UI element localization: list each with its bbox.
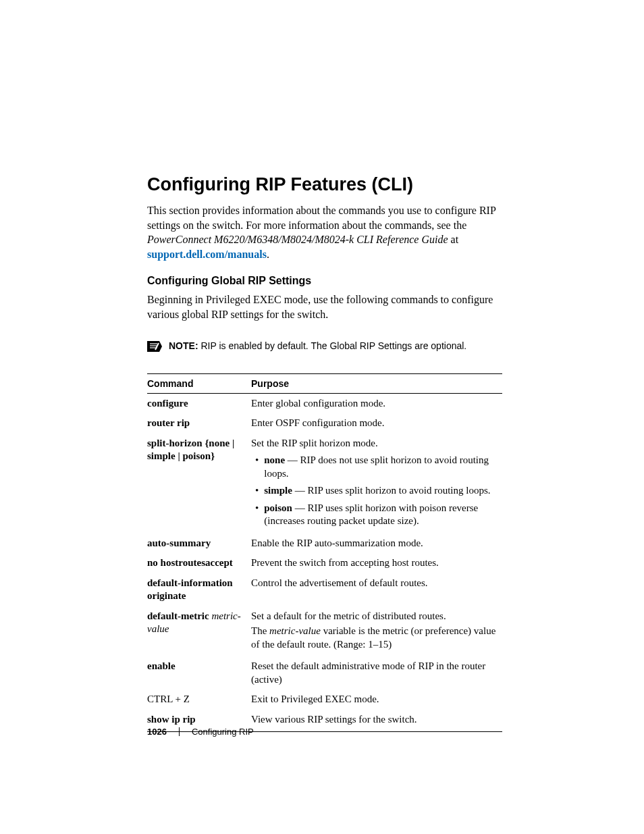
page-heading: Configuring RIP Features (CLI)	[147, 174, 502, 195]
bullet-text: simple — RIP uses split horizon to avoid…	[264, 484, 490, 498]
intro-end: .	[267, 249, 269, 260]
pe-pre: The	[251, 625, 269, 636]
table-row: default-information originate Control th…	[147, 573, 502, 606]
table-row: no hostroutesaccept Prevent the switch f…	[147, 553, 502, 573]
intro-pre: This section provides information about …	[147, 205, 495, 231]
bullet-bold: none	[264, 454, 285, 465]
purpose-cell: Enter global configuration mode.	[251, 393, 502, 413]
page-footer: 1026 Configuring RIP	[147, 727, 254, 737]
purpose-cell: Prevent the switch from accepting host r…	[251, 553, 502, 573]
bullet-bold: simple	[264, 485, 292, 496]
table-row: router rip Enter OSPF configuration mode…	[147, 413, 502, 434]
cmd-cell: router rip	[147, 413, 251, 434]
pe-ital: metric-value	[269, 625, 321, 636]
command-table: Command Purpose configure Enter global c…	[147, 373, 502, 733]
cmd-bold: default-metric	[147, 610, 211, 621]
purpose-cell: Set a default for the metric of distribu…	[251, 606, 502, 657]
purpose-lead: Set a default for the metric of distribu…	[251, 610, 500, 625]
svg-marker-0	[147, 341, 162, 352]
bullet-rest: — RIP uses split horizon with poison rev…	[264, 502, 478, 527]
note-body: RIP is enabled by default. The Global RI…	[198, 340, 467, 351]
table-row: default-metric metric-value Set a defaul…	[147, 606, 502, 657]
intro-paragraph: This section provides information about …	[147, 203, 502, 261]
cmd-cell: default-information originate	[147, 573, 251, 606]
note-icon	[147, 341, 162, 355]
table-row: configure Enter global configuration mod…	[147, 393, 502, 413]
cmd-cell: configure	[147, 393, 251, 413]
subheading: Configuring Global RIP Settings	[147, 275, 502, 287]
bullet-text: none — RIP does not use split horizon to…	[264, 454, 500, 480]
note-block: NOTE: RIP is enabled by default. The Glo…	[147, 340, 502, 355]
bullet-item: • none — RIP does not use split horizon …	[251, 452, 500, 482]
table-row: auto-summary Enable the RIP auto-summari…	[147, 533, 502, 554]
bullet-icon: •	[255, 502, 259, 528]
intro-link[interactable]: support.dell.com/manuals	[147, 249, 267, 260]
cmd-cell: CTRL + Z	[147, 689, 251, 710]
th-purpose: Purpose	[251, 373, 502, 393]
purpose-cell: Enter OSPF configuration mode.	[251, 413, 502, 434]
purpose-cell: Enable the RIP auto-summarization mode.	[251, 533, 502, 554]
bullet-icon: •	[255, 484, 259, 498]
cmd-cell: split-horizon {none | simple | poison}	[147, 434, 251, 533]
purpose-cell: Control the advertisement of default rou…	[251, 573, 502, 606]
bullet-item: • poison — RIP uses split horizon with p…	[251, 500, 500, 530]
subheading-text: Beginning in Privileged EXEC mode, use t…	[147, 292, 502, 321]
bullet-icon: •	[255, 454, 259, 480]
bullet-bold: poison	[264, 502, 292, 513]
intro-post: at	[448, 234, 459, 245]
purpose-cell: View various RIP settings for the switch…	[251, 710, 502, 732]
purpose-extra: The metric-value variable is the metric …	[251, 625, 500, 653]
page-number: 1026	[147, 727, 167, 737]
table-row: split-horizon {none | simple | poison} S…	[147, 434, 502, 533]
th-command: Command	[147, 373, 251, 393]
footer-separator-icon	[179, 727, 180, 736]
note-text: NOTE: RIP is enabled by default. The Glo…	[169, 340, 466, 352]
cmd-cell: default-metric metric-value	[147, 606, 251, 657]
cmd-cell: auto-summary	[147, 533, 251, 554]
page: Configuring RIP Features (CLI) This sect…	[0, 0, 644, 834]
intro-doc-title: PowerConnect M6220/M6348/M8024/M8024-k C…	[147, 234, 448, 245]
note-label: NOTE:	[169, 340, 198, 351]
table-row: enable Reset the default administrative …	[147, 656, 502, 689]
cmd-cell: no hostroutesaccept	[147, 553, 251, 573]
cmd-cell: enable	[147, 656, 251, 689]
footer-section: Configuring RIP	[192, 727, 254, 737]
purpose-lead: Set the RIP split horizon mode.	[251, 437, 500, 452]
purpose-cell: Set the RIP split horizon mode. • none —…	[251, 434, 502, 533]
bullet-rest: — RIP does not use split horizon to avoi…	[264, 454, 489, 479]
table-row: CTRL + Z Exit to Privileged EXEC mode.	[147, 689, 502, 710]
bullet-item: • simple — RIP uses split horizon to avo…	[251, 482, 500, 500]
bullet-rest: — RIP uses split horizon to avoid routin…	[292, 485, 491, 496]
purpose-cell: Reset the default administrative mode of…	[251, 656, 502, 689]
purpose-cell: Exit to Privileged EXEC mode.	[251, 689, 502, 710]
bullet-text: poison — RIP uses split horizon with poi…	[264, 502, 500, 528]
